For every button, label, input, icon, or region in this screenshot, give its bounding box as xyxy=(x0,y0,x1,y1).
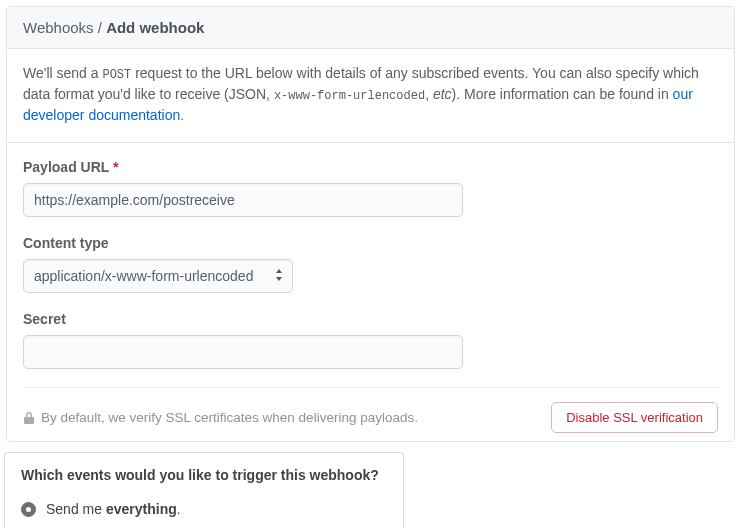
secret-label: Secret xyxy=(23,311,718,327)
breadcrumb: Webhooks / Add webhook xyxy=(7,7,734,49)
encoding-code: x-www-form-urlencoded xyxy=(274,89,425,103)
content-type-select[interactable]: application/x-www-form-urlencoded xyxy=(23,259,293,293)
disable-ssl-button[interactable]: Disable SSL verification xyxy=(551,402,718,433)
intro-text: We'll send a POST request to the URL bel… xyxy=(7,49,734,143)
form-body: Payload URL * Content type application/x… xyxy=(7,143,734,441)
payload-url-field: Payload URL * xyxy=(23,159,718,217)
payload-url-label: Payload URL * xyxy=(23,159,718,175)
ssl-row: By default, we verify SSL certificates w… xyxy=(23,387,718,433)
lock-icon xyxy=(23,411,35,425)
breadcrumb-root[interactable]: Webhooks xyxy=(23,19,94,36)
events-card: Which events would you like to trigger t… xyxy=(4,452,404,528)
ssl-info: By default, we verify SSL certificates w… xyxy=(23,410,418,425)
secret-field: Secret xyxy=(23,311,718,369)
webhook-panel: Webhooks / Add webhook We'll send a POST… xyxy=(6,6,735,442)
http-method: POST xyxy=(102,68,131,82)
radio-select-individual[interactable]: Let me select individual events. xyxy=(21,523,387,528)
breadcrumb-current: Add webhook xyxy=(106,19,204,36)
secret-input[interactable] xyxy=(23,335,463,369)
payload-url-input[interactable] xyxy=(23,183,463,217)
required-indicator: * xyxy=(113,159,118,175)
radio-everything[interactable]: Send me everything. xyxy=(21,495,387,523)
content-type-field: Content type application/x-www-form-urle… xyxy=(23,235,718,293)
events-title: Which events would you like to trigger t… xyxy=(21,467,387,483)
content-type-label: Content type xyxy=(23,235,718,251)
radio-icon xyxy=(21,502,36,517)
